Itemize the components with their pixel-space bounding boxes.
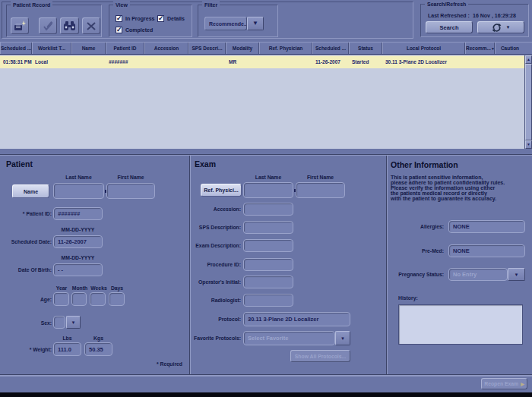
worklist-vertical-scrollbar[interactable]: ▲ ▼ xyxy=(524,55,532,149)
search-patient-button[interactable] xyxy=(60,17,79,34)
ref-physician-button[interactable]: Ref. Physici... xyxy=(201,184,242,197)
checkmark-icon: ✓ xyxy=(116,15,122,22)
age-year-input[interactable] xyxy=(53,292,69,306)
history-textarea[interactable] xyxy=(398,304,523,345)
cell-scheduled-time: 01:58:31 PM xyxy=(0,56,32,68)
favorite-protocols-arrow-button[interactable]: ▼ xyxy=(335,331,350,345)
last-refreshed-value: 16 Nov , 16:29:28 xyxy=(473,13,516,18)
checkmark-icon: ✓ xyxy=(116,27,122,33)
sps-description-input[interactable] xyxy=(243,221,293,234)
delete-record-button[interactable] xyxy=(82,17,100,34)
protocol-label: Protocol: xyxy=(190,317,241,322)
pregnancy-status-arrow-button[interactable]: ▼ xyxy=(508,268,525,281)
age-label: Age: xyxy=(0,297,52,302)
patient-first-name-input[interactable] xyxy=(106,183,155,199)
filter-dropdown-arrow-button[interactable]: ▼ xyxy=(247,17,264,30)
age-month-input[interactable] xyxy=(71,292,87,306)
view-group-title: View xyxy=(113,2,130,8)
new-patient-record-button[interactable] xyxy=(11,17,29,34)
scrollbar-thumb[interactable] xyxy=(525,64,532,140)
age-weeks-input[interactable] xyxy=(90,292,106,306)
allergies-input[interactable]: NONE xyxy=(448,220,525,233)
accession-label: Accession: xyxy=(190,206,241,212)
radiologist-input[interactable] xyxy=(243,294,293,307)
age-days-label: Days xyxy=(109,285,125,291)
column-header-modality[interactable]: Modality xyxy=(226,43,259,54)
search-refresh-group: Search/Refresh Last Refreshed : 16 Nov ,… xyxy=(420,4,529,37)
favorite-protocols-label: Favorite Protocols: xyxy=(190,336,241,341)
patient-record-group: Patient Record xyxy=(6,5,102,37)
last-refreshed-label: Last Refreshed : xyxy=(428,13,470,18)
cell-worklist-type: Local xyxy=(32,56,71,68)
scroll-up-button[interactable]: ▲ xyxy=(525,55,532,64)
radiologist-label: Radiologist: xyxy=(190,298,241,303)
patient-last-name-input[interactable] xyxy=(53,183,104,199)
confidentiality-notice: This is patient sensitive information, p… xyxy=(391,175,524,202)
accession-input[interactable] xyxy=(243,203,293,216)
operator-initial-input[interactable] xyxy=(243,276,293,288)
dob-format-label: MM-DD-YYYY xyxy=(53,255,103,260)
premed-input[interactable]: NONE xyxy=(448,244,525,257)
column-header-name[interactable]: Name xyxy=(71,43,106,54)
column-header-ref-physician[interactable]: Ref. Physician xyxy=(259,43,312,54)
pregnancy-status-label: Pregnancy Status: xyxy=(391,272,444,277)
procedure-id-input[interactable] xyxy=(243,258,293,271)
completed-checkbox[interactable]: ✓ Completed xyxy=(116,27,153,33)
kgs-label: Kgs xyxy=(84,336,112,341)
favorite-protocols-dropdown[interactable]: Select Favorite xyxy=(243,331,335,345)
pregnancy-status-dropdown[interactable]: No Entry xyxy=(448,268,508,281)
patient-id-label: * Patient ID: xyxy=(0,211,52,216)
filter-group-title: Filter xyxy=(202,2,220,8)
column-header-patient-id[interactable]: Patient ID xyxy=(106,43,144,54)
cell-recommended xyxy=(465,56,495,68)
in-progress-label: In Progress xyxy=(125,16,155,21)
exam-description-input[interactable] xyxy=(243,239,293,252)
exam-first-name-label: First Name xyxy=(296,175,345,180)
column-header-worklist-type[interactable]: Worklist T... xyxy=(32,43,71,54)
show-all-protocols-button[interactable]: Show All Protocols... xyxy=(290,350,350,362)
column-header-caution[interactable]: Caution xyxy=(495,43,524,54)
weight-kgs-input[interactable]: 50.35 xyxy=(84,342,112,356)
ref-physician-last-name-input[interactable] xyxy=(243,182,293,198)
search-button-label: Search xyxy=(439,24,458,31)
details-checkbox[interactable]: ✓ Details xyxy=(157,15,185,22)
date-of-birth-input[interactable]: - - xyxy=(53,263,103,276)
sps-description-label: SPS Description: xyxy=(190,225,241,230)
sex-dropdown-button[interactable]: ▼ xyxy=(66,316,81,329)
column-header-scheduled-time[interactable]: Scheduled ... xyxy=(0,43,32,54)
column-header-recommended[interactable]: Recomm...▼ xyxy=(465,43,495,54)
search-button[interactable]: Search xyxy=(426,21,473,33)
in-progress-checkbox[interactable]: ✓ In Progress xyxy=(116,15,155,22)
column-header-accession[interactable]: Accession xyxy=(144,43,188,54)
scheduled-date-input[interactable]: 11-26-2007 xyxy=(53,235,103,248)
worklist-row-selected[interactable]: 01:58:31 PM Local ####### MR 11-26-2007 … xyxy=(0,55,524,68)
weight-lbs-input[interactable]: 111.0 xyxy=(53,342,81,356)
other-info-panel-title: Other Information xyxy=(391,160,458,169)
exam-panel-title: Exam xyxy=(195,159,216,169)
edit-record-icon xyxy=(43,20,54,32)
cell-status: Started xyxy=(349,56,382,68)
scheduled-date-label: Scheduled Date: xyxy=(0,239,52,244)
scroll-down-button[interactable]: ▼ xyxy=(525,140,532,149)
column-header-sps-description[interactable]: SPS Descri... xyxy=(188,43,226,54)
column-header-local-protocol[interactable]: Local Protocol xyxy=(382,43,465,54)
age-days-input[interactable] xyxy=(109,292,125,306)
protocol-input[interactable]: 30.11 3-Plane 2D Localizer xyxy=(243,312,350,326)
column-header-scheduled-date[interactable]: Scheduled ... xyxy=(312,43,349,54)
cell-modality: MR xyxy=(226,56,259,68)
edit-patient-record-button[interactable] xyxy=(39,17,57,34)
sex-input[interactable] xyxy=(53,316,65,329)
refresh-options-arrow-icon: ▼ xyxy=(506,25,511,30)
column-header-status[interactable]: Status xyxy=(349,43,382,54)
cell-name xyxy=(71,56,106,68)
reopen-exam-button[interactable]: Reopen Exam ▶ xyxy=(481,378,527,389)
refresh-button[interactable]: ▼ xyxy=(477,21,524,33)
filter-dropdown[interactable]: Recommende... xyxy=(204,17,247,30)
patient-name-button[interactable]: Name xyxy=(12,184,49,198)
patient-id-input[interactable]: ####### xyxy=(53,207,103,220)
age-weeks-label: Weeks xyxy=(90,285,108,291)
filter-dropdown-value: Recommende... xyxy=(205,21,246,27)
filter-group: Filter Recommende... ▼ xyxy=(198,5,278,37)
panels-top-divider xyxy=(0,154,532,156)
ref-physician-first-name-input[interactable] xyxy=(296,182,345,198)
